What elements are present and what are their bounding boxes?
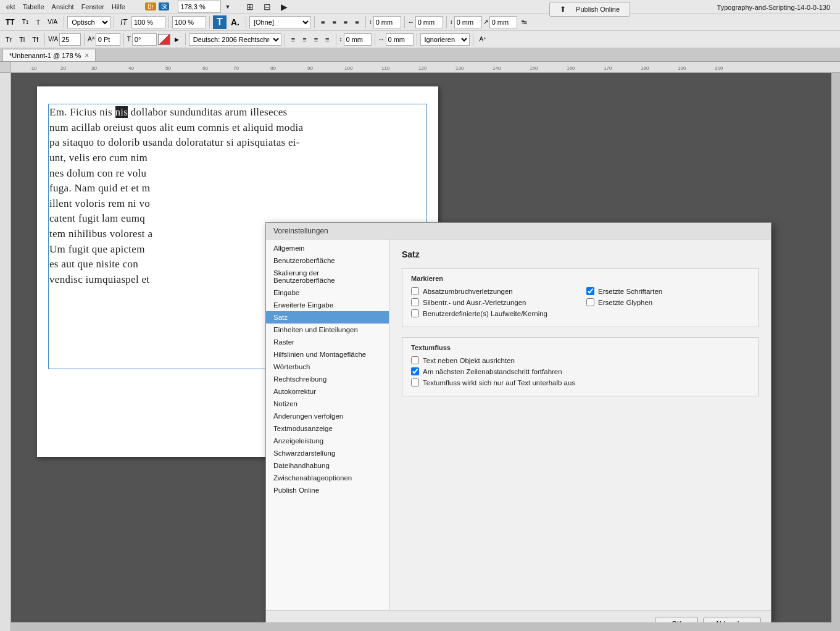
sidebar-item-rechtschreibung[interactable]: Rechtschreibung: [266, 373, 389, 385]
sep17: [417, 33, 417, 46]
checkbox-am-naechsten-input[interactable]: [411, 367, 419, 375]
sep2: [114, 16, 114, 28]
sidebar-item-dateihandhabung[interactable]: Dateihandhabung: [266, 459, 389, 472]
publish-online-button[interactable]: ⬆ Publish Online: [549, 2, 630, 17]
align-right-btn[interactable]: ≡: [341, 15, 351, 29]
checkbox-textumfluss-unterhalb-input[interactable]: [411, 378, 419, 387]
sidebar-item-aenderungen[interactable]: Änderungen verfolgen: [266, 410, 389, 422]
checkbox-text-neben-input[interactable]: [411, 356, 419, 364]
tr-btn[interactable]: Tr: [2, 33, 15, 46]
spacing2-input[interactable]: [415, 16, 443, 28]
checkbox-ersetzte-glyphen-input[interactable]: [586, 298, 594, 306]
sidebar-item-raster[interactable]: Raster: [266, 336, 389, 348]
menu-ekt[interactable]: ekt: [2, 2, 19, 12]
font-t-sup[interactable]: T1: [19, 15, 32, 29]
checkbox-absatzumbruch: Absatzumbruchverletzungen: [411, 287, 574, 295]
sidebar-item-anzeigeleistung[interactable]: Anzeigeleistung: [266, 435, 389, 447]
angle-input[interactable]: [132, 33, 157, 46]
spacing6-input[interactable]: [386, 33, 414, 46]
menu-hilfe[interactable]: Hilfe: [108, 2, 129, 12]
sidebar-item-woerterbuch[interactable]: Wörterbuch: [266, 361, 389, 373]
font-size1-input[interactable]: [131, 16, 165, 28]
sidebar-item-publish-online[interactable]: Publish Online: [266, 484, 389, 496]
font-t-plain[interactable]: T: [33, 15, 43, 29]
sidebar-item-eingabe[interactable]: Eingabe: [266, 286, 389, 299]
menu-fenster[interactable]: Fenster: [78, 2, 108, 12]
expand-color-btn[interactable]: ▶: [172, 33, 182, 46]
menu-ansicht[interactable]: Ansicht: [48, 2, 78, 12]
font-va-btn[interactable]: V/A: [44, 15, 60, 29]
sep8: [404, 16, 405, 28]
sidebar-item-satz[interactable]: Satz: [266, 311, 389, 324]
tab-align-icon[interactable]: ↹: [518, 15, 530, 29]
align2-justify-btn[interactable]: ≡: [322, 33, 332, 46]
checkbox-benutzerdefiniert-input[interactable]: [411, 309, 419, 317]
font-tt-btn[interactable]: TT: [2, 15, 18, 29]
align2-right-btn[interactable]: ≡: [311, 33, 321, 46]
zoom-value[interactable]: ▼: [174, 0, 238, 14]
dialog-titlebar: Voreinstellungen: [266, 223, 771, 240]
sidebar-item-notizen[interactable]: Notizen: [266, 398, 389, 410]
color-box-btn[interactable]: [158, 34, 170, 45]
va-input[interactable]: [59, 33, 81, 46]
textumfluss-title: Textumfluss: [411, 344, 749, 351]
pt-input[interactable]: [96, 33, 120, 46]
font-optisch-dropdown[interactable]: Optisch: [67, 16, 110, 28]
view-expand-icon[interactable]: ▶: [277, 1, 291, 13]
sidebar-item-erweiterte-eingabe[interactable]: Erweiterte Eingabe: [266, 299, 389, 311]
tab-close-icon[interactable]: ×: [85, 51, 89, 60]
checkbox-absatzumbruch-label: Absatzumbruchverletzungen: [423, 288, 513, 295]
sep11: [84, 33, 85, 46]
spacing3-input[interactable]: [454, 16, 482, 28]
va-icon: V/A: [48, 36, 58, 43]
tl-btn[interactable]: Tl: [16, 33, 28, 46]
sidebar-item-textmodusanzeige[interactable]: Textmodusanzeige: [266, 422, 389, 435]
checkbox-textumfluss-unterhalb-label: Textumfluss wirkt sich nur auf Text unte…: [423, 379, 575, 387]
sidebar-item-autokorrektur[interactable]: Autokorrektur: [266, 385, 389, 398]
sidebar-item-allgemein[interactable]: Allgemein: [266, 242, 389, 254]
zoom-input[interactable]: [178, 1, 221, 13]
checkbox-silbentr-input[interactable]: [411, 298, 419, 306]
dialog-content-panel: Satz Markieren Absatzumbruchverletzungen: [389, 240, 771, 610]
checkbox-absatzumbruch-input[interactable]: [411, 287, 419, 295]
align2-left-btn[interactable]: ≡: [288, 33, 298, 46]
view-mode-icon[interactable]: ⊞: [243, 1, 257, 13]
superscript-btn[interactable]: A⁺: [476, 33, 490, 46]
language-dropdown[interactable]: Deutsch: 2006 Rechtschrei...: [189, 33, 281, 46]
textumfluss-section: Textumfluss Text neben Objekt ausrichten…: [402, 337, 759, 396]
tf-btn[interactable]: Tf: [29, 33, 41, 46]
document-tab[interactable]: *Unbenannt-1 @ 178 % ×: [2, 49, 96, 61]
sidebar-item-hilfslinien[interactable]: Hilfslinien und Montagefläche: [266, 348, 389, 361]
align-left-btn[interactable]: ≡: [318, 15, 328, 29]
align-center-btn[interactable]: ≡: [329, 15, 339, 29]
scrollbar-vertical[interactable]: [831, 73, 840, 631]
spacing4-input[interactable]: [489, 16, 517, 28]
spacing-icon2: ↔: [408, 19, 414, 25]
checkbox-am-naechsten: Am nächsten Zeilenabstandschritt fortfah…: [411, 367, 749, 375]
sidebar-item-einheiten[interactable]: Einheiten und Einteilungen: [266, 324, 389, 336]
spacing5-input[interactable]: [344, 33, 372, 46]
ignore-dropdown[interactable]: Ignorieren: [420, 33, 470, 46]
sep18: [473, 33, 473, 46]
font-it-btn[interactable]: IT: [117, 15, 130, 29]
font-A-btn[interactable]: A.: [228, 15, 243, 29]
scrollbar-horizontal[interactable]: [11, 622, 831, 631]
spacing-icon1: ↕: [369, 19, 372, 25]
sidebar-item-zwischenablage[interactable]: Zwischenablageoptionen: [266, 472, 389, 484]
bridge-icon[interactable]: Br: [145, 2, 156, 10]
sep7: [365, 16, 366, 28]
sidebar-item-benutzeroberflaeche[interactable]: Benutzeroberfläche: [266, 254, 389, 267]
checkbox-ersetzte-schrift-input[interactable]: [586, 287, 594, 295]
align-justify-btn[interactable]: ≡: [352, 15, 362, 29]
view-cols-icon[interactable]: ⊟: [260, 1, 275, 13]
stock-icon[interactable]: St: [159, 2, 169, 10]
spacing1-input[interactable]: [373, 16, 401, 28]
align2-center-btn[interactable]: ≡: [299, 33, 309, 46]
style-dropdown[interactable]: [Ohne]: [249, 16, 311, 28]
menu-tabelle[interactable]: Tabelle: [19, 2, 48, 12]
zoom-dropdown-icon[interactable]: ▼: [221, 2, 234, 11]
sidebar-item-skalierung[interactable]: Skalierung der Benutzeroberfläche: [266, 267, 389, 286]
font-size2-input[interactable]: [172, 16, 206, 28]
sidebar-item-schwarzdarstellung[interactable]: Schwarzdarstellung: [266, 447, 389, 459]
font-T-icon[interactable]: T: [213, 15, 227, 29]
